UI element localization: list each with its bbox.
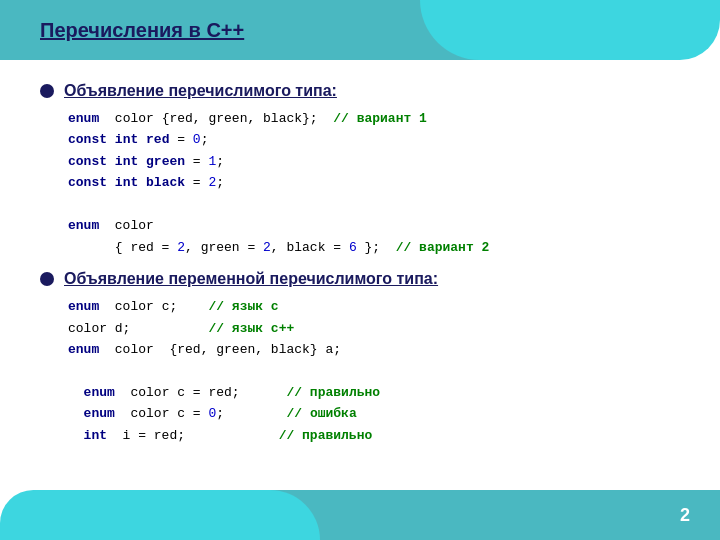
- page-title: Перечисления в С++: [40, 19, 244, 42]
- code-line-13: enum color c = 0; // ошибка: [68, 403, 680, 424]
- bullet-2: [40, 272, 54, 286]
- code-line-11: [68, 360, 680, 381]
- bullet-1: [40, 84, 54, 98]
- code-block-2: enum color c; // язык с color d; // язык…: [68, 296, 680, 446]
- bg-shape-bottom: [0, 490, 720, 540]
- section2-heading: Объявление переменной перечислимого типа…: [40, 270, 680, 288]
- code-line-12: enum color c = red; // правильно: [68, 382, 680, 403]
- code-line-8: enum color c; // язык с: [68, 296, 680, 317]
- main-content: Объявление перечислимого типа: enum colo…: [30, 60, 690, 490]
- section1-heading: Объявление перечислимого типа:: [40, 82, 680, 100]
- code-line-6: enum color: [68, 215, 680, 236]
- code-line-9: color d; // язык с++: [68, 318, 680, 339]
- code-line-14: int i = red; // правильно: [68, 425, 680, 446]
- code-line-7: { red = 2, green = 2, black = 6 }; // ва…: [68, 237, 680, 258]
- code-line-4: const int black = 2;: [68, 172, 680, 193]
- code-line-10: enum color {red, green, black} a;: [68, 339, 680, 360]
- section2-heading-text: Объявление переменной перечислимого типа…: [64, 270, 438, 288]
- code-line-5: [68, 194, 680, 215]
- code-line-2: const int red = 0;: [68, 129, 680, 150]
- section1-heading-text: Объявление перечислимого типа:: [64, 82, 337, 100]
- page-number: 2: [680, 505, 690, 526]
- code-block-1: enum color {red, green, black}; // вариа…: [68, 108, 680, 258]
- code-line-3: const int green = 1;: [68, 151, 680, 172]
- code-line-1: enum color {red, green, black}; // вариа…: [68, 108, 680, 129]
- title-bar: Перечисления в С++: [0, 0, 720, 60]
